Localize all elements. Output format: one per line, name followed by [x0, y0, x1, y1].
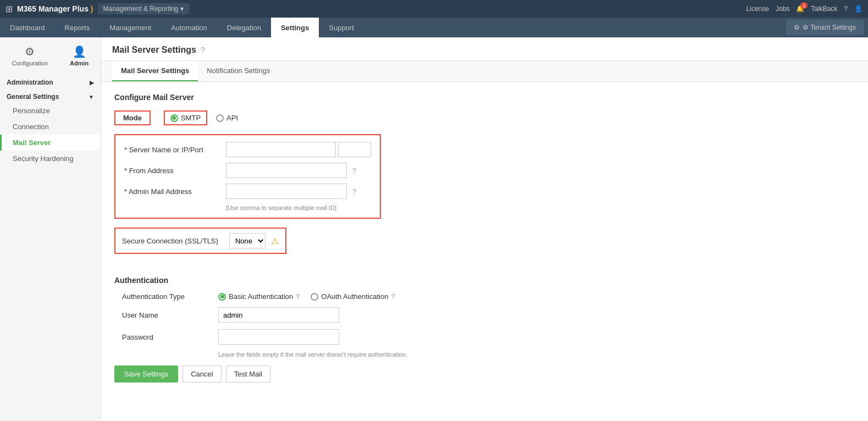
breadcrumb-label: Management & Reporting	[103, 5, 179, 13]
tab-automation[interactable]: Automation	[161, 18, 217, 37]
sidebar-item-personalize[interactable]: Personalize	[0, 103, 101, 119]
inner-tabs: Mail Server Settings Notification Settin…	[101, 61, 868, 82]
tab-delegation[interactable]: Delegation	[217, 18, 271, 37]
grid-icon[interactable]: ⊞	[5, 4, 13, 14]
admin-mail-row: * Admin Mail Address ?	[124, 184, 371, 199]
server-name-row: * Server Name or IP/Port	[124, 142, 371, 157]
breadcrumb-arrow: ▾	[180, 5, 184, 13]
oauth-auth-label: OAuth Authentication	[321, 292, 388, 301]
auth-type-label: Authentication Type	[122, 292, 218, 301]
tab-reports[interactable]: Reports	[55, 18, 100, 37]
secure-conn-row: Secure Connection (SSL/TLS) None SSL TLS…	[114, 228, 286, 254]
app-title: M365 Manager Plus )	[17, 4, 93, 13]
from-address-row: * From Address ?	[124, 163, 371, 178]
tenant-settings-button[interactable]: ⚙ ⚙ Tenant Settings	[786, 20, 864, 35]
general-settings-label: General Settings	[7, 93, 59, 101]
top-bar: ⊞ M365 Manager Plus ) Management & Repor…	[0, 0, 868, 18]
sidebar: ⚙ Configuration 👤 Admin Administration ▶…	[0, 37, 101, 421]
basic-auth-option[interactable]: Basic Authentication ?	[218, 292, 300, 301]
password-input[interactable]	[218, 329, 339, 345]
help-icon[interactable]: ?	[844, 5, 848, 13]
oauth-auth-radio	[311, 293, 318, 301]
license-link[interactable]: License	[747, 5, 769, 13]
mode-row: Mode SMTP API	[114, 110, 855, 125]
basic-auth-radio	[218, 293, 226, 301]
from-address-help-icon[interactable]: ?	[352, 167, 356, 175]
button-row: Save Settings Cancel Test Mail	[114, 365, 855, 383]
admin-mail-help-icon[interactable]: ?	[352, 187, 356, 196]
tab-dashboard[interactable]: Dashboard	[0, 18, 55, 37]
smtp-radio-option[interactable]: SMTP	[164, 110, 207, 125]
notification-icon[interactable]: 🔔 1	[796, 5, 804, 13]
auth-title: Authentication	[114, 276, 855, 285]
sidebar-item-security-hardening[interactable]: Security Hardening	[0, 151, 101, 167]
tenant-settings-label: ⚙ Tenant Settings	[803, 24, 856, 31]
auth-options: Basic Authentication ? OAuth Authenticat…	[218, 292, 395, 301]
content-area: ⚙ Configuration 👤 Admin Administration ▶…	[0, 37, 868, 421]
secure-conn-label: Secure Connection (SSL/TLS)	[122, 237, 218, 245]
sidebar-config-icon[interactable]: ⚙ Configuration	[7, 42, 53, 70]
tab-support[interactable]: Support	[319, 18, 364, 37]
from-address-input[interactable]	[226, 163, 347, 178]
secure-conn-select[interactable]: None SSL TLS	[229, 233, 266, 248]
smtp-label: SMTP	[181, 114, 201, 122]
username-input[interactable]	[218, 307, 339, 323]
chevron-right-icon: ▶	[90, 80, 94, 86]
configure-title: Configure Mail Server	[114, 93, 855, 102]
config-gear-icon: ⚙	[25, 45, 35, 58]
password-label: Password	[122, 333, 218, 341]
oauth-auth-help-icon[interactable]: ?	[391, 292, 395, 301]
page-header: Mail Server Settings ?	[101, 37, 868, 61]
server-fields-group: * Server Name or IP/Port * From Address …	[114, 134, 381, 219]
test-mail-button[interactable]: Test Mail	[226, 365, 270, 383]
sidebar-icons-row: ⚙ Configuration 👤 Admin	[0, 37, 101, 74]
chevron-down-icon: ▼	[89, 94, 94, 100]
save-settings-button[interactable]: Save Settings	[114, 365, 178, 383]
talkback-link[interactable]: TalkBack	[811, 5, 837, 13]
password-row: Password	[114, 329, 855, 345]
inner-tab-mail-server[interactable]: Mail Server Settings	[112, 61, 198, 81]
sidebar-item-mail-server[interactable]: Mail Server	[0, 135, 101, 151]
admin-label: Admin	[70, 60, 89, 67]
admin-mail-label: * Admin Mail Address	[124, 187, 220, 196]
tab-management[interactable]: Management	[99, 18, 161, 37]
top-bar-right: License Jobs 🔔 1 TalkBack ? 👤	[747, 5, 863, 13]
secure-conn-container: Secure Connection (SSL/TLS) None SSL TLS…	[114, 228, 855, 265]
gear-icon: ⚙	[794, 24, 800, 31]
sidebar-general-settings-header[interactable]: General Settings ▼	[0, 88, 101, 103]
server-name-label: * Server Name or IP/Port	[124, 146, 220, 154]
auth-hint: Leave the fields empty if the mail serve…	[218, 351, 855, 358]
tab-settings[interactable]: Settings	[271, 18, 319, 37]
inner-tab-notification[interactable]: Notification Settings	[198, 61, 279, 81]
warning-icon: ⚠	[271, 236, 279, 246]
nav-bar: Dashboard Reports Management Automation …	[0, 18, 868, 37]
server-port-input[interactable]	[338, 142, 371, 157]
server-name-input[interactable]	[226, 142, 336, 157]
mode-label: Mode	[114, 110, 151, 125]
nav-tabs: Dashboard Reports Management Automation …	[0, 18, 364, 37]
page-help-icon[interactable]: ?	[201, 46, 205, 54]
user-icon[interactable]: 👤	[854, 5, 863, 13]
server-inputs	[226, 142, 371, 157]
sidebar-admin-icon[interactable]: 👤 Admin	[64, 42, 94, 70]
smtp-radio-circle	[170, 114, 178, 122]
form-area: Configure Mail Server Mode SMTP API * Se…	[101, 82, 868, 394]
cancel-button[interactable]: Cancel	[183, 365, 221, 383]
top-bar-left: ⊞ M365 Manager Plus ) Management & Repor…	[5, 3, 189, 14]
administration-label: Administration	[7, 79, 53, 86]
admin-mail-hint: [Use comma to separate multiple mail ID]	[226, 204, 371, 211]
oauth-auth-option[interactable]: OAuth Authentication ?	[311, 292, 395, 301]
api-radio-option[interactable]: API	[216, 114, 238, 122]
api-radio-circle	[216, 114, 224, 122]
from-address-label: * From Address	[124, 167, 220, 175]
notification-badge: 1	[800, 2, 808, 9]
username-label: User Name	[122, 311, 218, 319]
breadcrumb-button[interactable]: Management & Reporting ▾	[98, 3, 190, 14]
auth-type-row: Authentication Type Basic Authentication…	[114, 292, 855, 301]
sidebar-item-connection[interactable]: Connection	[0, 119, 101, 135]
jobs-link[interactable]: Jobs	[776, 5, 789, 13]
basic-auth-help-icon[interactable]: ?	[296, 292, 300, 301]
sidebar-administration-header[interactable]: Administration ▶	[0, 74, 101, 88]
page-title: Mail Server Settings	[112, 45, 196, 55]
admin-mail-input[interactable]	[226, 184, 347, 199]
